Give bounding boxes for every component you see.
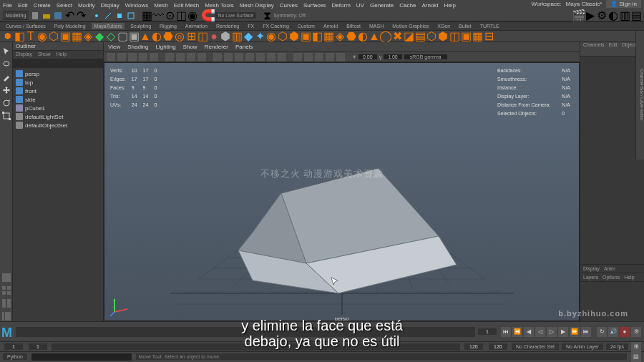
outliner-item-pcube1[interactable]: pCube1 [14,104,102,112]
outliner-item-top[interactable]: top [14,78,102,87]
shelf-item-icon[interactable]: ⬡ [278,31,288,41]
shelf-item-icon[interactable]: ◐ [152,31,162,41]
channel-box-side-tab[interactable]: Channel Box / Layer Editor [635,31,644,160]
menu-item[interactable]: File [3,2,12,9]
vp-2d-pan-icon[interactable] [139,53,147,62]
vp-menu-item[interactable]: Panels [235,44,253,50]
vp-xray-joints-icon[interactable] [278,53,286,62]
range-end-field[interactable]: 120 [464,343,483,350]
vp-bookmark-icon[interactable] [117,53,126,62]
menu-item[interactable]: Surfaces [303,2,326,9]
symmetry-dropdown[interactable]: Symmetry: Off [273,13,306,18]
menu-item[interactable]: Display [101,2,119,9]
layer-tab[interactable]: Anim [604,266,615,271]
vp-select-camera-icon[interactable] [107,53,115,62]
select-face-icon[interactable] [114,11,125,21]
command-input[interactable] [31,353,132,361]
outliner-item-objectset[interactable]: defaultObjectSet [14,121,102,129]
shelf-item-icon[interactable]: ⬢ [438,31,448,41]
vp-menu-item[interactable]: Renderer [205,44,228,50]
shelf-tab[interactable]: FX [245,23,257,29]
vp-shadows-icon[interactable] [245,53,254,62]
vp-menu-item[interactable]: Shading [127,44,148,50]
fps-dropdown[interactable]: 24 fps [606,343,628,350]
menu-item[interactable]: Edit [18,2,28,9]
loop-icon[interactable]: ↻ [597,327,607,337]
vp-xray-icon[interactable] [267,53,275,62]
shelf-tab[interactable]: Poly Modeling [52,23,89,29]
viewport[interactable]: Verts:10170 Edges:17170 Faces:990 Tris:1… [104,62,580,321]
layer-menu[interactable]: Help [624,275,634,280]
audio-icon[interactable]: 🔊 [608,327,618,337]
menu-item[interactable]: Edit Mesh [174,2,200,9]
shelf-tab[interactable]: Motion Graphics [389,23,431,29]
shelf-item-icon[interactable]: ◉ [266,31,276,41]
shelf-item-icon[interactable]: ▦ [323,31,333,41]
vp-menu-item[interactable]: View [108,44,120,50]
menu-item[interactable]: Mesh [154,2,168,9]
shelf-item-icon[interactable]: ◎ [175,31,185,41]
layer-tab[interactable]: Display [583,266,600,271]
vp-colorspace-dropdown[interactable]: sRGB gamma [404,54,447,59]
menu-item[interactable]: Help [444,2,456,9]
select-tool-icon[interactable] [1,47,11,57]
step-back-key-icon[interactable]: ⏪ [512,327,522,337]
shelf-item-icon[interactable]: ◧ [312,31,322,41]
snap-grid-icon[interactable]: ▦ [142,11,152,21]
shelf-item-icon[interactable]: T [26,31,36,41]
outliner-item-side[interactable]: side [14,95,102,104]
outliner-item-lightset[interactable]: defaultLightSet [14,112,102,121]
shelf-item-icon[interactable]: ◪ [404,31,414,41]
shelf-item-icon[interactable]: ◯ [381,31,391,41]
vp-film-gate-icon[interactable] [176,53,185,62]
shelf-item-icon[interactable]: ◐ [358,31,368,41]
shelf-item-icon[interactable]: ⬡ [426,31,436,41]
snap-curve-icon[interactable]: 〰 [153,11,163,21]
select-object-icon[interactable] [126,11,136,21]
hypershade-icon[interactable]: ◐ [608,11,618,21]
menu-item[interactable]: Mesh Display [240,2,274,9]
shelf-item-icon[interactable]: ✖ [392,31,402,41]
shelf-tab[interactable]: XGen [434,23,453,29]
shelf-item-icon[interactable]: ◫ [197,31,208,41]
prefs-icon[interactable]: ⚙ [631,327,641,337]
shelf-tab[interactable]: MayaTubers [92,23,125,29]
layout-two-icon[interactable] [1,298,11,308]
shelf-tab[interactable]: Sculpting [127,23,154,29]
shelf-tab[interactable]: MASH [366,23,386,29]
layer-menu[interactable]: Options [602,275,620,280]
shelf-tab[interactable]: Bifrost [343,23,364,29]
shelf-item-icon[interactable]: ⬣ [163,31,173,41]
outliner-search[interactable] [13,59,103,68]
select-edge-icon[interactable] [103,11,113,21]
step-back-icon[interactable]: ◀ [524,327,534,337]
shelf-tab[interactable]: Bullet [456,23,474,29]
shelf-tab[interactable]: Rendering [213,23,242,29]
vp-gate-mask-icon[interactable] [197,53,206,62]
shelf-item-icon[interactable]: ✦ [255,31,265,41]
menu-item[interactable]: Windows [125,2,148,9]
current-time-field[interactable]: 1 [478,328,497,335]
snap-live-icon[interactable]: ◉ [187,11,197,21]
menu-item[interactable]: Select [57,2,72,9]
lasso-tool-icon[interactable] [1,59,11,69]
vp-grease-icon[interactable] [150,53,158,62]
shelf-item-icon[interactable]: ◉ [37,31,47,41]
shelf-item-icon[interactable]: ● [209,31,219,41]
layout-single-icon[interactable] [1,273,11,283]
vp-wireframe-icon[interactable] [213,53,222,62]
new-scene-icon[interactable] [30,11,40,21]
rotate-tool-icon[interactable] [1,98,11,108]
play-fwd-icon[interactable]: ▷ [547,327,557,337]
shelf-item-icon[interactable]: ◧ [14,31,24,41]
autokey-icon[interactable]: ● [620,327,630,337]
range-start-field[interactable]: 1 [29,343,47,350]
shelf-tab[interactable]: Rigging [157,23,180,29]
menu-item[interactable]: Deform [332,2,351,9]
shelf-item-icon[interactable]: ▲ [140,31,150,41]
shelf-item-icon[interactable]: ⬢ [220,31,230,41]
paint-select-tool-icon[interactable] [1,72,11,82]
shelf-item-icon[interactable]: ◆ [243,31,253,41]
symmetry-icon[interactable]: ⧗ [262,11,272,21]
vp-ao-icon[interactable] [304,53,313,62]
